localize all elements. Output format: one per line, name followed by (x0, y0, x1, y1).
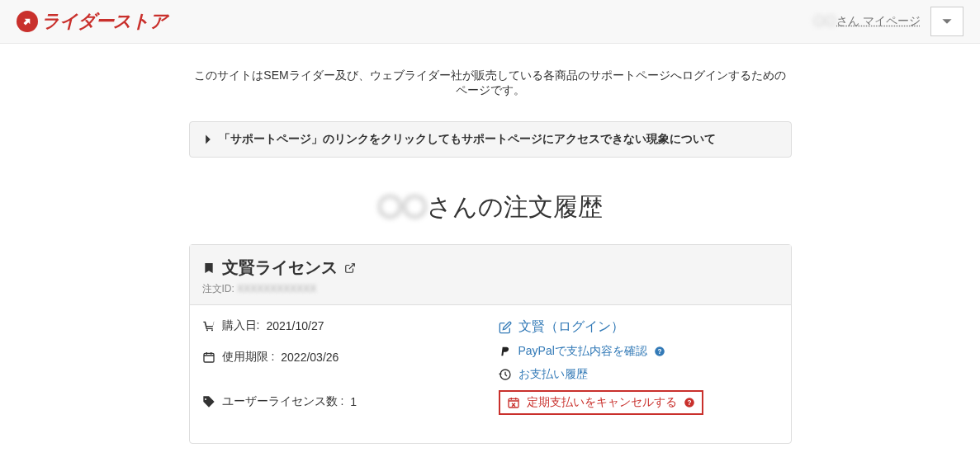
svg-rect-5 (509, 398, 518, 408)
edit-icon (499, 321, 512, 334)
external-link-icon[interactable] (344, 262, 356, 274)
cancel-subscription-link[interactable]: 定期支払いをキャンセルする (527, 395, 677, 410)
logo[interactable]: ライダーストア (17, 9, 168, 34)
bookmark-icon (202, 261, 215, 275)
login-link-row: 文賢（ログイン） (499, 318, 779, 336)
svg-point-1 (211, 329, 213, 331)
order-header: 文賢ライセンス 注文ID: XXXXXXXXXXXX (190, 245, 791, 305)
navbar: ライダーストア 〇〇さん マイページ (0, 0, 980, 44)
main-container: このサイトはSEMライダー及び、ウェブライダー社が販売している各商品のサポートペ… (177, 68, 804, 444)
order-body: 購入日: 2021/10/27 使用期限 : 2022/03/26 ユーザーライ… (190, 305, 791, 443)
payment-history-link[interactable]: お支払い履歴 (518, 367, 588, 382)
purchase-date-row: 購入日: 2021/10/27 (202, 318, 482, 333)
notice-accordion[interactable]: 「サポートページ」のリンクをクリックしてもサポートページにアクセスできない現象に… (189, 121, 792, 158)
svg-rect-2 (204, 353, 214, 362)
page-title: 〇〇さんの注文履歴 (189, 191, 792, 224)
order-panel: 文賢ライセンス 注文ID: XXXXXXXXXXXX 購入日: 2021/10/… (189, 244, 792, 444)
svg-point-0 (206, 329, 208, 331)
order-details-left: 購入日: 2021/10/27 使用期限 : 2022/03/26 ユーザーライ… (202, 318, 482, 423)
order-title: 文賢ライセンス (202, 257, 779, 279)
user-name: 〇〇 (813, 14, 836, 29)
order-id: 注文ID: XXXXXXXXXXXX (202, 282, 779, 296)
caret-down-icon (941, 16, 953, 27)
mypage-link[interactable]: 〇〇さん マイページ (803, 7, 930, 35)
tag-icon (202, 395, 215, 408)
cancel-subscription-row: 定期支払いをキャンセルする ? (499, 390, 703, 415)
help-icon[interactable]: ? (684, 397, 695, 408)
cart-icon (202, 319, 215, 332)
notice-text: 「サポートページ」のリンクをクリックしてもサポートページにアクセスできない現象に… (219, 132, 716, 147)
history-icon (499, 368, 512, 381)
logo-arrow-icon (17, 11, 38, 32)
help-icon[interactable]: ? (654, 346, 665, 357)
caret-right-icon (202, 134, 214, 145)
svg-text:?: ? (687, 399, 691, 407)
order-actions-right: 文賢（ログイン） PayPalで支払内容を確認 ? お支払い履歴 (499, 318, 779, 423)
payment-history-row: お支払い履歴 (499, 367, 779, 382)
paypal-link[interactable]: PayPalで支払内容を確認 (518, 344, 647, 359)
intro-text: このサイトはSEMライダー及び、ウェブライダー社が販売している各商品のサポートペ… (189, 68, 792, 98)
license-count-row: ユーザーライセンス数 : 1 (202, 394, 482, 409)
paypal-link-row: PayPalで支払内容を確認 ? (499, 344, 779, 359)
paypal-icon (499, 345, 512, 358)
user-menu: 〇〇さん マイページ (803, 7, 963, 36)
calendar-x-icon (507, 396, 520, 409)
expiry-date-row: 使用期限 : 2022/03/26 (202, 350, 482, 365)
svg-text:?: ? (657, 348, 661, 356)
login-link[interactable]: 文賢（ログイン） (518, 318, 624, 336)
calendar-icon (202, 351, 215, 364)
logo-text: ライダーストア (41, 9, 168, 34)
user-dropdown-toggle[interactable] (930, 7, 963, 36)
